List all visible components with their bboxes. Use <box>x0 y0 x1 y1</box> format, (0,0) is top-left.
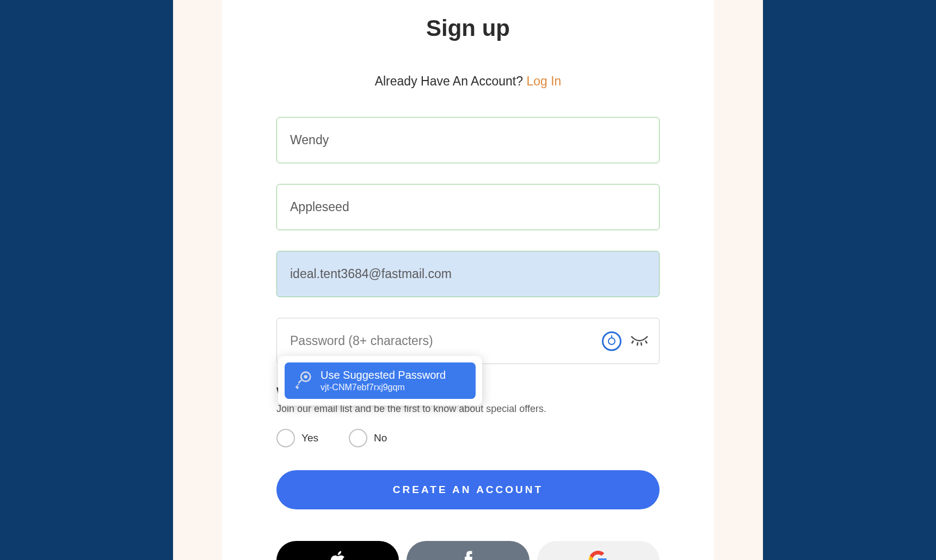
apple-icon <box>330 550 346 561</box>
login-prompt: Already Have An Account? Log In <box>276 74 660 89</box>
password-icons <box>602 331 649 351</box>
svg-line-2 <box>641 342 642 346</box>
password-suggestion-popup: Use Suggested Password vjt-CNM7ebf7rxj9g… <box>278 356 482 405</box>
apple-signin-button[interactable] <box>276 541 399 560</box>
create-account-button[interactable]: CREATE AN ACCOUNT <box>276 470 660 509</box>
google-signin-button[interactable] <box>537 541 660 560</box>
suggestion-title: Use Suggested Password <box>321 368 446 382</box>
key-icon <box>292 370 313 392</box>
google-icon <box>589 551 607 561</box>
login-link[interactable]: Log In <box>526 74 561 88</box>
use-suggested-password-button[interactable]: Use Suggested Password vjt-CNM7ebf7rxj9g… <box>285 362 476 399</box>
radio-circle-icon <box>276 429 295 447</box>
svg-line-3 <box>645 341 647 343</box>
eye-closed-icon[interactable] <box>630 334 649 348</box>
radio-no[interactable]: No <box>349 429 387 447</box>
radio-circle-icon <box>349 429 367 447</box>
form-container: Sign up Already Have An Account? Log In <box>222 0 714 560</box>
page-title: Sign up <box>276 15 660 41</box>
facebook-signin-button[interactable] <box>407 541 529 560</box>
page-outer: Sign up Already Have An Account? Log In <box>173 0 763 560</box>
radio-yes[interactable]: Yes <box>276 429 318 447</box>
email-input[interactable] <box>276 251 660 297</box>
onepassword-icon[interactable] <box>602 331 621 351</box>
suggestion-value: vjt-CNM7ebf7rxj9gqm <box>321 382 446 393</box>
social-buttons <box>276 541 660 560</box>
svg-line-0 <box>632 341 633 343</box>
radio-yes-label: Yes <box>301 432 318 444</box>
suggestion-text: Use Suggested Password vjt-CNM7ebf7rxj9g… <box>321 368 446 393</box>
radio-no-label: No <box>374 432 387 444</box>
facebook-icon <box>463 550 473 561</box>
first-name-input[interactable] <box>276 117 660 163</box>
svg-point-5 <box>304 374 307 378</box>
svg-line-1 <box>637 342 638 346</box>
login-prompt-text: Already Have An Account? <box>375 74 527 88</box>
last-name-input[interactable] <box>276 184 660 230</box>
mailing-radio-group: Yes No <box>276 429 660 447</box>
